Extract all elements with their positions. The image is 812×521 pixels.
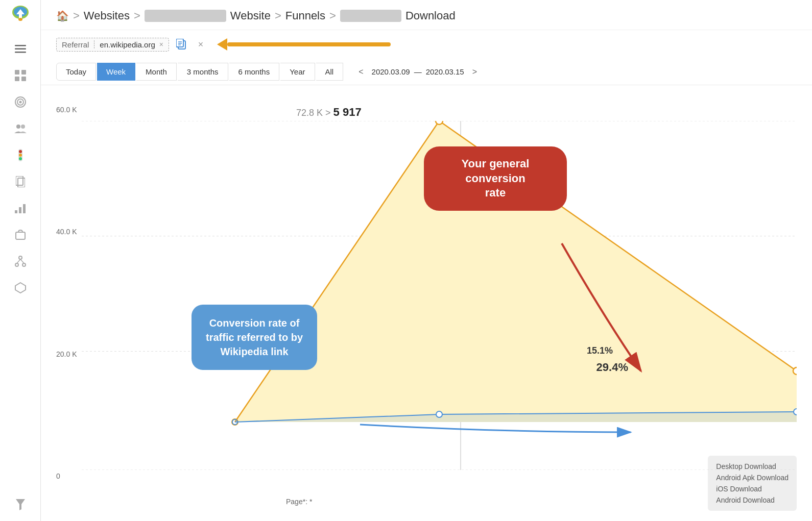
svg-rect-7: [15, 52, 26, 53]
svg-rect-25: [23, 204, 26, 213]
svg-point-14: [19, 101, 21, 104]
svg-point-19: [19, 154, 22, 157]
sidebar: [0, 0, 41, 521]
reports-icon[interactable]: [9, 197, 32, 219]
data-label: 72.8 K > 5 917: [296, 106, 362, 119]
date-prev-icon[interactable]: <: [354, 65, 367, 79]
svg-rect-23: [15, 210, 17, 213]
svg-point-29: [22, 263, 26, 266]
segments-icon[interactable]: [9, 277, 32, 299]
home-icon[interactable]: 🏠: [56, 10, 69, 22]
wikipedia-conversion-bubble: Conversion rate oftraffic referred to by…: [192, 305, 317, 370]
arrow-head: [217, 38, 227, 51]
breadcrumb-website-name: [145, 10, 226, 22]
svg-point-50: [794, 409, 797, 415]
svg-rect-9: [21, 70, 26, 75]
general-pct-label: 15.1%: [587, 345, 613, 356]
svg-marker-32: [15, 283, 26, 293]
arrow-line: [227, 42, 391, 46]
svg-rect-6: [15, 48, 26, 50]
attribution-icon[interactable]: [9, 250, 32, 272]
tab-all[interactable]: All: [316, 63, 344, 81]
tab-today[interactable]: Today: [56, 63, 96, 81]
y-axis-labels: 60.0 K 40.0 K 20.0 K 0: [56, 106, 77, 480]
y-label-40k: 40.0 K: [56, 228, 77, 236]
y-label-0: 0: [56, 472, 77, 480]
breadcrumb-sep-1: >: [73, 9, 80, 22]
date-end: 2020.03.15: [426, 67, 464, 76]
svg-point-18: [19, 150, 22, 153]
svg-line-30: [17, 259, 20, 263]
general-conversion-label: Your general conversionrate: [462, 157, 530, 199]
menu-icon[interactable]: [9, 38, 32, 60]
svg-rect-10: [15, 77, 19, 81]
general-conversion-bubble: Your general conversionrate: [424, 146, 567, 211]
filter-copy-icon[interactable]: [173, 36, 189, 53]
logo: [9, 5, 32, 30]
ecommerce-icon[interactable]: [9, 224, 32, 246]
date-start: 2020.03.09: [372, 67, 410, 76]
breadcrumb-websites[interactable]: Websites: [84, 9, 130, 22]
tab-6months[interactable]: 6 months: [229, 63, 280, 81]
svg-point-45: [436, 121, 443, 125]
svg-rect-34: [176, 39, 183, 47]
filter-tag[interactable]: Referral en.wikipedia.org ×: [56, 38, 169, 52]
svg-rect-11: [21, 77, 26, 81]
y-label-20k: 20.0 K: [56, 350, 77, 358]
breadcrumb-funnels[interactable]: Funnels: [285, 9, 325, 22]
svg-point-46: [793, 367, 797, 375]
breadcrumb-sep-4: >: [329, 9, 336, 22]
pages-icon[interactable]: [9, 170, 32, 193]
breadcrumb-download[interactable]: Download: [405, 9, 456, 22]
data-label-right: 5 917: [333, 106, 362, 118]
breadcrumb-sep-3: >: [275, 9, 281, 22]
svg-rect-21: [16, 176, 23, 185]
dashboard-icon[interactable]: [9, 64, 32, 87]
tab-week[interactable]: Week: [97, 63, 135, 81]
date-separator: —: [414, 67, 422, 76]
tab-year[interactable]: Year: [280, 63, 315, 81]
svg-rect-5: [15, 45, 26, 46]
breadcrumb-funnel-name: [340, 10, 401, 22]
svg-rect-22: [18, 178, 25, 187]
breadcrumb-website-label[interactable]: Website: [230, 9, 271, 22]
arrow-annotation: [217, 38, 391, 51]
svg-point-20: [19, 157, 22, 160]
svg-point-27: [19, 256, 22, 259]
y-label-60k: 60.0 K: [56, 106, 77, 114]
svg-rect-24: [19, 207, 21, 213]
filter-value: en.wikipedia.org: [100, 40, 155, 49]
traffic-icon[interactable]: [9, 144, 32, 166]
tab-3months[interactable]: 3 months: [178, 63, 228, 81]
filter-bar: Referral en.wikipedia.org × ×: [41, 30, 812, 59]
wikipedia-pct-label: 29.4%: [596, 361, 628, 374]
svg-line-31: [20, 259, 24, 263]
date-next-icon[interactable]: >: [468, 65, 481, 79]
svg-point-28: [15, 263, 18, 266]
svg-rect-26: [16, 232, 25, 239]
legend-item-4: Android Download: [716, 494, 789, 506]
breadcrumb: 🏠 > Websites > Website > Funnels > Downl…: [41, 0, 812, 30]
svg-point-4: [18, 18, 22, 21]
filter-icon[interactable]: [9, 493, 32, 516]
tab-month[interactable]: Month: [136, 63, 177, 81]
wikipedia-conversion-label: Conversion rate oftraffic referred to by…: [206, 317, 303, 357]
goals-icon[interactable]: [9, 91, 32, 113]
visitors-icon[interactable]: [9, 117, 32, 140]
date-range: < 2020.03.09 — 2020.03.15 >: [354, 65, 481, 79]
legend-item-3: iOS Download: [716, 483, 789, 494]
svg-point-16: [21, 125, 25, 129]
breadcrumb-sep-2: >: [134, 9, 140, 22]
chart-area: 72.8 K > 5 917 60.0 K 40.0 K 20.0 K 0: [41, 85, 812, 521]
legend-item-1: Desktop Download: [716, 461, 789, 472]
data-label-arrow: >: [325, 108, 333, 118]
svg-rect-8: [15, 70, 19, 75]
legend: Desktop Download Android Apk Download iO…: [708, 456, 797, 511]
legend-item-2: Android Apk Download: [716, 472, 789, 483]
main-content: 🏠 > Websites > Website > Funnels > Downl…: [41, 0, 812, 521]
filter-label: Referral: [62, 40, 89, 49]
filter-clear-icon[interactable]: ×: [194, 37, 208, 52]
time-tabs: Today Week Month 3 months 6 months Year …: [41, 59, 812, 85]
svg-point-49: [436, 411, 442, 417]
filter-tag-close-icon[interactable]: ×: [159, 40, 163, 48]
